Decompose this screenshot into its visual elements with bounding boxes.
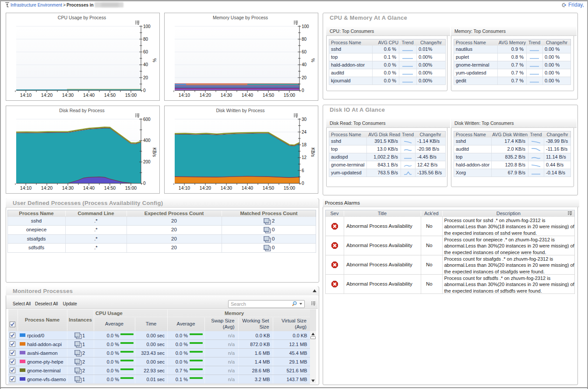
svg-text:0: 0 <box>143 88 146 93</box>
svg-text:0: 0 <box>302 88 304 93</box>
svg-text:14:40: 14:40 <box>83 185 95 191</box>
svg-text:6: 6 <box>302 168 304 173</box>
svg-text:14:10: 14:10 <box>179 185 190 191</box>
svg-text:14:50: 14:50 <box>263 185 274 191</box>
svg-text:KB/s: KB/s <box>310 148 315 157</box>
svg-text:14:50: 14:50 <box>263 92 274 98</box>
svg-text:12: 12 <box>302 155 307 160</box>
svg-text:14:40: 14:40 <box>83 92 95 98</box>
svg-text:14:30: 14:30 <box>221 92 232 98</box>
svg-text:80: 80 <box>143 37 148 42</box>
svg-text:20: 20 <box>143 75 148 80</box>
svg-text:%: % <box>152 58 157 62</box>
svg-text:18: 18 <box>302 142 307 147</box>
svg-text:15:00: 15:00 <box>284 92 295 98</box>
svg-text:0: 0 <box>302 181 304 186</box>
svg-text:24: 24 <box>302 130 307 134</box>
svg-text:30: 30 <box>302 117 307 122</box>
svg-text:100: 100 <box>302 24 309 29</box>
svg-text:400: 400 <box>143 138 151 143</box>
svg-text:200: 200 <box>143 159 151 164</box>
svg-text:40: 40 <box>143 62 148 67</box>
svg-text:14:20: 14:20 <box>200 92 211 98</box>
svg-text:14:50: 14:50 <box>104 92 116 98</box>
svg-text:100: 100 <box>143 24 151 29</box>
svg-text:15:00: 15:00 <box>284 185 295 191</box>
svg-text:80: 80 <box>302 37 307 42</box>
svg-text:14:30: 14:30 <box>221 185 232 191</box>
svg-text:Memory Usage by Process: Memory Usage by Process <box>213 15 268 20</box>
svg-text:15:00: 15:00 <box>125 92 137 98</box>
svg-text:14:10: 14:10 <box>179 92 190 98</box>
svg-text:14:10: 14:10 <box>20 92 32 98</box>
svg-text:14:20: 14:20 <box>41 92 53 98</box>
svg-text:CPU Usage by Process: CPU Usage by Process <box>58 15 106 20</box>
svg-text:14:10: 14:10 <box>20 185 32 191</box>
svg-text:14:20: 14:20 <box>41 185 53 191</box>
svg-text:60: 60 <box>302 50 307 54</box>
svg-text:14:40: 14:40 <box>242 92 253 98</box>
svg-text:14:20: 14:20 <box>200 185 211 191</box>
svg-text:15:00: 15:00 <box>125 185 137 191</box>
svg-text:20: 20 <box>302 75 307 80</box>
svg-text:600: 600 <box>143 117 151 122</box>
svg-text:Disk Read by Process: Disk Read by Process <box>59 108 104 113</box>
svg-text:14:30: 14:30 <box>62 185 74 191</box>
svg-text:0: 0 <box>143 181 146 186</box>
svg-text:60: 60 <box>143 50 148 54</box>
svg-text:KB/s: KB/s <box>152 148 157 157</box>
svg-text:14:50: 14:50 <box>104 185 116 191</box>
svg-text:40: 40 <box>302 62 307 67</box>
svg-text:14:30: 14:30 <box>62 92 74 98</box>
svg-text:14:40: 14:40 <box>242 185 253 191</box>
svg-text:%: % <box>310 58 315 62</box>
svg-text:Disk Written by Process: Disk Written by Process <box>216 108 264 113</box>
